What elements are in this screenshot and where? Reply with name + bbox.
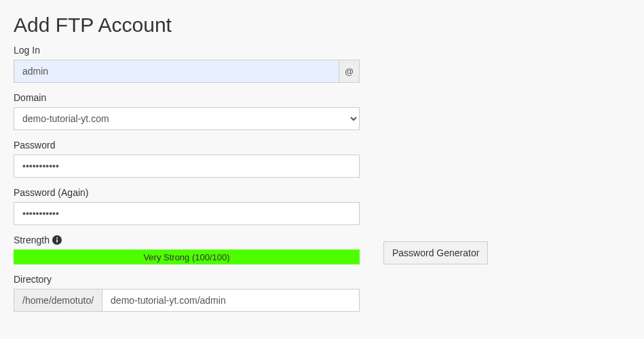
directory-prefix: /home/demotuto/ bbox=[14, 289, 102, 312]
directory-group: Directory /home/demotuto/ bbox=[14, 274, 630, 312]
strength-col: Strength Very Strong (100/100) bbox=[14, 235, 360, 264]
login-label: Log In bbox=[14, 45, 630, 56]
login-input-group: @ bbox=[14, 60, 360, 83]
domain-group: Domain demo-tutorial-yt.com bbox=[14, 92, 630, 130]
at-addon: @ bbox=[339, 60, 360, 83]
password-group: Password bbox=[14, 140, 630, 178]
password-again-input[interactable] bbox=[14, 202, 360, 225]
password-again-label: Password (Again) bbox=[14, 187, 630, 198]
strength-label-row: Strength bbox=[14, 235, 360, 245]
login-group: Log In @ bbox=[14, 45, 630, 83]
info-icon bbox=[52, 235, 62, 245]
strength-row: Strength Very Strong (100/100) Password … bbox=[14, 235, 630, 264]
password-input[interactable] bbox=[14, 155, 360, 178]
strength-label: Strength bbox=[14, 235, 50, 245]
page-title: Add FTP Account bbox=[14, 14, 630, 37]
strength-bar: Very Strong (100/100) bbox=[14, 250, 360, 264]
password-label: Password bbox=[14, 140, 630, 151]
directory-input-group: /home/demotuto/ bbox=[14, 289, 360, 312]
directory-input[interactable] bbox=[102, 289, 360, 312]
password-again-group: Password (Again) bbox=[14, 187, 630, 225]
login-input[interactable] bbox=[14, 60, 339, 83]
svg-point-2 bbox=[56, 237, 58, 239]
directory-label: Directory bbox=[14, 274, 630, 285]
svg-rect-1 bbox=[56, 239, 58, 242]
domain-select[interactable]: demo-tutorial-yt.com bbox=[14, 107, 360, 130]
strength-text: Very Strong (100/100) bbox=[143, 252, 229, 262]
password-generator-button[interactable]: Password Generator bbox=[383, 241, 488, 264]
domain-label: Domain bbox=[14, 92, 630, 103]
strength-group: Strength Very Strong (100/100) Password … bbox=[14, 235, 630, 264]
